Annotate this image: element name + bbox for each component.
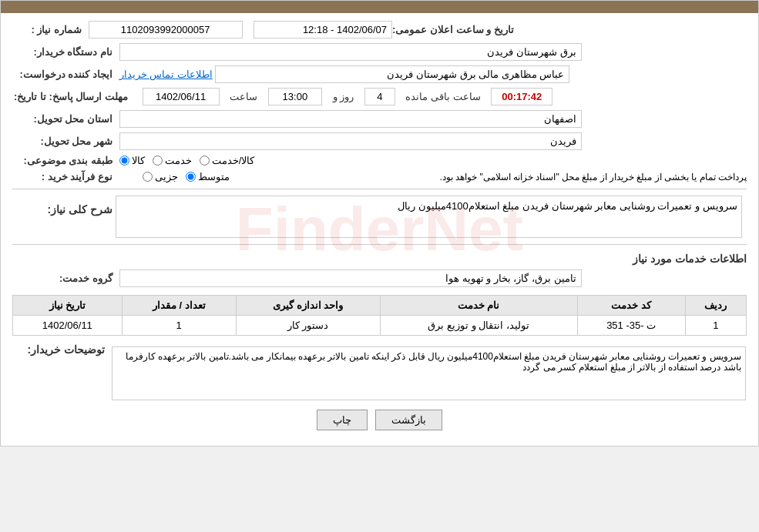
reply-date-value: 1402/06/11 (143, 88, 220, 105)
kala-label: کالا (132, 155, 145, 166)
province-label: استان محل تحویل: (12, 113, 113, 125)
remaining-label: ساعت باقی مانده (405, 91, 480, 102)
process-radio-jozii[interactable] (143, 172, 153, 182)
cell-date: 1402/06/11 (13, 316, 123, 336)
reply-days-value: 4 (364, 88, 395, 105)
col-service-code: کد خدمت (577, 296, 685, 316)
category-radio-group: کالا/خدمت خدمت کالا (119, 155, 255, 166)
back-button[interactable]: بازگشت (375, 410, 442, 430)
requester-label: ایجاد کننده درخواست: (12, 69, 113, 80)
divider-1 (12, 189, 747, 189)
page-header (1, 1, 758, 13)
buyer-notes-label: توضیحات خریدار: (12, 343, 105, 356)
cell-unit: دستور کار (236, 316, 380, 336)
province-value: اصفهان (119, 110, 582, 128)
cell-row-num: 1 (685, 316, 746, 336)
buyer-notes-box: سرویس و تعمیرات روشنایی معابر شهرستان فر… (112, 346, 746, 400)
page-container: FinderNet تاریخ و ساعت اعلان عمومی: 1402… (0, 0, 759, 447)
category-radio-kala[interactable] (119, 156, 129, 166)
process-radio-motavaset[interactable] (186, 172, 196, 182)
col-quantity: تعداد / مقدار (122, 296, 236, 316)
service-group-row: تامین برق، گاز، بخار و تهویه هوا گروه خد… (12, 269, 747, 287)
jozii-label: جزیی (155, 171, 178, 182)
col-row-num: ردیف (685, 296, 746, 316)
need-number-value: 1102093992000057 (89, 21, 243, 38)
buyer-notes-row: سرویس و تعمیرات روشنایی معابر شهرستان فر… (12, 343, 747, 400)
category-kala[interactable]: کالا (119, 155, 145, 166)
category-label: طبقه بندی موضوعی: (12, 155, 113, 166)
announce-label: تاریخ و ساعت اعلان عمومی: (392, 24, 514, 35)
contact-link[interactable]: اطلاعات تماس خریدار (119, 69, 213, 80)
category-row: کالا/خدمت خدمت کالا طبقه بندی موضوعی: (12, 155, 747, 166)
category-radio-kala-khedmat[interactable] (200, 156, 210, 166)
process-jozii[interactable]: جزیی (143, 171, 178, 182)
need-desc-row: سرویس و تعمیرات روشنایی معابر شهرستان فر… (12, 196, 747, 238)
need-number-label: شماره نیاز : (12, 24, 82, 35)
content-area: FinderNet تاریخ و ساعت اعلان عمومی: 1402… (1, 13, 758, 446)
requester-value: عباس مظاهری مالی برق شهرستان فریدن (215, 65, 569, 83)
process-label: نوع فرآیند خرید : (12, 171, 113, 182)
category-radio-khedmat[interactable] (153, 156, 163, 166)
requester-row: عباس مظاهری مالی برق شهرستان فریدن اطلاع… (12, 65, 747, 83)
action-buttons: بازگشت چاپ (12, 410, 747, 430)
category-kala-khedmat[interactable]: کالا/خدمت (200, 155, 255, 166)
buyer-notes-section: سرویس و تعمیرات روشنایی معابر شهرستان فر… (12, 343, 747, 400)
reply-deadline-label: مهلت ارسال پاسخ: تا تاریخ: (12, 91, 128, 102)
services-table: ردیف کد خدمت نام خدمت واحد اندازه گیری ت… (12, 295, 747, 336)
announce-value: 1402/06/07 - 12:18 (254, 21, 392, 38)
khedmat-label: خدمت (165, 155, 192, 166)
need-number-row: تاریخ و ساعت اعلان عمومی: 1402/06/07 - 1… (12, 21, 747, 38)
buyer-org-row: برق شهرستان فریدن نام دستگاه خریدار: (12, 43, 747, 61)
process-type-row: پرداخت تمام یا بخشی از مبلغ خریدار از مب… (12, 171, 747, 182)
need-desc-label: شرح کلی نیاز: (12, 203, 113, 216)
category-khedmat[interactable]: خدمت (153, 155, 192, 166)
remaining-value: 00:17:42 (491, 88, 552, 105)
reply-time-value: 13:00 (268, 88, 322, 105)
print-button[interactable]: چاپ (317, 410, 368, 430)
reply-deadline-row: 00:17:42 ساعت باقی مانده 4 روز و 13:00 س… (12, 88, 747, 105)
service-group-value: تامین برق، گاز، بخار و تهویه هوا (119, 269, 582, 287)
kala-khedmat-label: کالا/خدمت (212, 155, 255, 166)
buyer-org-value: برق شهرستان فریدن (119, 43, 582, 61)
need-desc-box: سرویس و تعمیرات روشنایی معابر شهرستان فر… (116, 196, 742, 238)
service-group-label: گروه خدمت: (12, 273, 113, 284)
process-radio-group: متوسط جزیی (143, 171, 230, 182)
buyer-org-label: نام دستگاه خریدار: (12, 46, 113, 58)
province-row: اصفهان استان محل تحویل: (12, 110, 747, 128)
cell-service-code: ت -35- 351 (577, 316, 685, 336)
cell-quantity: 1 (122, 316, 236, 336)
col-date: تاریخ نیاز (13, 296, 123, 316)
reply-time-label: ساعت (230, 91, 257, 102)
motavaset-label: متوسط (198, 171, 230, 182)
process-note: پرداخت تمام یا بخشی از مبلغ خریدار از مب… (439, 172, 747, 182)
city-value: فریدن (119, 132, 582, 150)
col-service-name: نام خدمت (380, 296, 577, 316)
reply-days-label: روز و (333, 91, 354, 102)
col-unit: واحد اندازه گیری (236, 296, 380, 316)
process-motavaset[interactable]: متوسط (186, 171, 230, 182)
services-table-section: ردیف کد خدمت نام خدمت واحد اندازه گیری ت… (12, 295, 747, 336)
table-header-row: ردیف کد خدمت نام خدمت واحد اندازه گیری ت… (13, 296, 747, 316)
service-info-title: اطلاعات خدمات مورد نیاز (12, 253, 747, 265)
divider-2 (12, 244, 747, 245)
city-label: شهر محل تحویل: (12, 136, 113, 147)
cell-service-name: تولید، انتقال و توزیع برق (380, 316, 577, 336)
table-row: 1 ت -35- 351 تولید، انتقال و توزیع برق د… (13, 316, 747, 336)
city-row: فریدن شهر محل تحویل: (12, 132, 747, 150)
